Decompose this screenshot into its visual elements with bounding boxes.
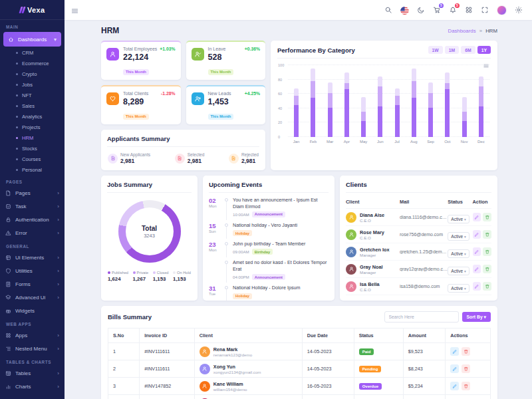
sidebar-subitem-stocks[interactable]: Stocks	[0, 143, 65, 154]
sidebar-item-task[interactable]: Task›	[0, 200, 65, 213]
delete-client-button[interactable]	[483, 282, 491, 291]
menu-toggle-icon[interactable]	[70, 6, 79, 15]
breadcrumb-dashboards[interactable]: Dashboards	[448, 28, 476, 34]
range-button-1m[interactable]: 1M	[445, 46, 459, 54]
sidebar-item-charts[interactable]: Charts›	[0, 380, 65, 393]
stat-delta: -1.28%	[161, 91, 176, 96]
stat-value: 8,289	[123, 97, 176, 106]
sidebar-subitem-nft[interactable]: NFT	[0, 90, 65, 100]
client-status-select[interactable]: Active ▾	[448, 232, 469, 241]
bar-feb[interactable]	[305, 65, 321, 137]
bar-may[interactable]	[355, 65, 372, 137]
event-item[interactable]: 15Sun National holiday - Vero Jayanti Ho…	[209, 222, 329, 239]
appgrid-icon	[5, 332, 11, 338]
chevron-right-icon: ›	[57, 255, 59, 261]
event-item[interactable]: Amet sed no dolor kasd - Et Dolores Temp…	[209, 259, 329, 283]
edit-client-button[interactable]	[473, 230, 481, 239]
delete-bill-button[interactable]	[462, 347, 470, 356]
search-button[interactable]	[384, 6, 392, 14]
delete-client-button[interactable]	[483, 265, 491, 273]
app-logo[interactable]: Vexa	[0, 0, 65, 20]
edit-bill-button[interactable]	[450, 347, 459, 356]
sidebar-subitem-personal[interactable]: Personal	[0, 164, 65, 175]
delete-client-button[interactable]	[483, 247, 491, 256]
edit-client-button[interactable]	[473, 265, 481, 273]
language-flag-icon[interactable]	[400, 6, 409, 15]
bar-mar[interactable]	[322, 65, 338, 137]
fullscreen-button[interactable]	[481, 6, 489, 14]
performance-chart: 020406080100	[288, 65, 489, 144]
sidebar-item-apps[interactable]: Apps›	[0, 329, 65, 342]
bar-dec[interactable]	[473, 65, 489, 137]
sidebar-subitem-ecommerce[interactable]: Ecommerce	[0, 58, 65, 68]
sidebar-subitem-crm[interactable]: CRM	[0, 47, 65, 58]
bar-sep[interactable]	[422, 65, 439, 137]
delete-client-button[interactable]	[483, 230, 491, 239]
range-button-6m[interactable]: 6M	[461, 46, 475, 54]
event-item[interactable]: 02Mon You have an announcement - Ipsum E…	[209, 197, 329, 220]
sort-by-button[interactable]: Sort By ▾	[462, 312, 491, 322]
edit-client-button[interactable]	[473, 282, 481, 291]
range-button-1y[interactable]: 1Y	[477, 46, 491, 54]
event-item[interactable]: 23Mon John pup birthday - Team Member 09…	[209, 241, 329, 257]
sidebar-item-advanced-ui[interactable]: Advanced Ui›	[0, 291, 65, 304]
client-status-select[interactable]: Active ▾	[448, 249, 469, 258]
delete-bill-button[interactable]	[462, 364, 470, 373]
search-input[interactable]	[384, 311, 459, 323]
notifications-button[interactable]: 5	[449, 6, 457, 14]
bar-oct[interactable]	[439, 65, 456, 137]
sidebar-subitem-hrm[interactable]: HRM	[0, 132, 65, 143]
sidebar-item-dashboards[interactable]: Dashboards▾	[3, 32, 61, 47]
sidebar-subitem-courses[interactable]: Courses	[0, 154, 65, 164]
delete-trash-icon	[485, 232, 490, 237]
dark-mode-button[interactable]	[417, 6, 425, 14]
sidebar-item-ui-elements[interactable]: Ui Elements›	[0, 251, 65, 264]
sidebar-item-utilities[interactable]: Utilities›	[0, 264, 65, 277]
delete-bill-button[interactable]	[462, 382, 470, 390]
x-tick-label: Mar	[322, 140, 338, 144]
sidebar-item-widgets[interactable]: Widgets	[0, 304, 65, 317]
delete-client-button[interactable]	[483, 213, 491, 221]
bar-nov[interactable]	[456, 65, 473, 137]
sidebar-item-error[interactable]: Error›	[0, 226, 65, 239]
bill-status-badge: Paid	[359, 348, 374, 355]
range-button-1w[interactable]: 1W	[428, 46, 443, 54]
bill-row: 3 #INV147852 Kane William william154@dem…	[108, 378, 491, 395]
sidebar-subitem-analytics[interactable]: Analytics	[0, 111, 65, 122]
sidebar-item-pages[interactable]: Pages›	[0, 186, 65, 200]
client-status-select[interactable]: Active ▾	[448, 284, 469, 293]
bar-aug[interactable]	[406, 65, 422, 137]
event-item[interactable]: 31Tue National Holiday - Dolore Ipsum Ho…	[209, 285, 329, 301]
bar-jan[interactable]	[288, 65, 305, 137]
legend-value: 1,624	[108, 276, 128, 282]
sidebar-subitem-projects[interactable]: Projects	[0, 122, 65, 132]
edit-bill-button[interactable]	[450, 382, 459, 390]
sidebar-subitem-crypto[interactable]: Crypto	[0, 68, 65, 79]
apps-grid-button[interactable]	[465, 6, 473, 14]
edit-client-button[interactable]	[473, 247, 481, 256]
sidebar-subitem-jobs[interactable]: Jobs	[0, 79, 65, 90]
sidebar-subitem-sales[interactable]: Sales	[0, 100, 65, 111]
cart-button[interactable]: 5	[433, 6, 441, 14]
stat-label: Total Clients	[123, 91, 148, 96]
sidebar-item-nested-menu[interactable]: Nested Menu›	[0, 342, 65, 355]
edit-bill-button[interactable]	[450, 364, 459, 373]
page-title: HRM	[101, 26, 119, 35]
sidebar-item-tables[interactable]: Tables›	[0, 366, 65, 380]
event-time: 04:00PM	[233, 275, 249, 279]
bar-jun[interactable]	[372, 65, 388, 137]
app-window: Vexa MAINDashboards▾CRMEcommerceCryptoJo…	[0, 0, 532, 399]
bar-apr[interactable]	[338, 65, 355, 137]
chevron-right-icon: ›	[57, 281, 59, 287]
client-status-select[interactable]: Active ▾	[448, 215, 469, 223]
settings-gear-button[interactable]	[515, 6, 523, 14]
stat-label: In Leave	[208, 47, 226, 51]
sidebar-item-forms[interactable]: Forms›	[0, 277, 65, 291]
applicants-summary-card: Applicants Summary New Applicants 2,981 …	[101, 130, 265, 170]
user-avatar[interactable]	[497, 5, 507, 15]
bar-jul[interactable]	[389, 65, 406, 137]
edit-client-button[interactable]	[473, 213, 481, 221]
client-status-select[interactable]: Active ▾	[448, 267, 469, 275]
client-name: Isa Bella	[360, 281, 380, 287]
sidebar-item-authentication[interactable]: Authentication›	[0, 213, 65, 226]
